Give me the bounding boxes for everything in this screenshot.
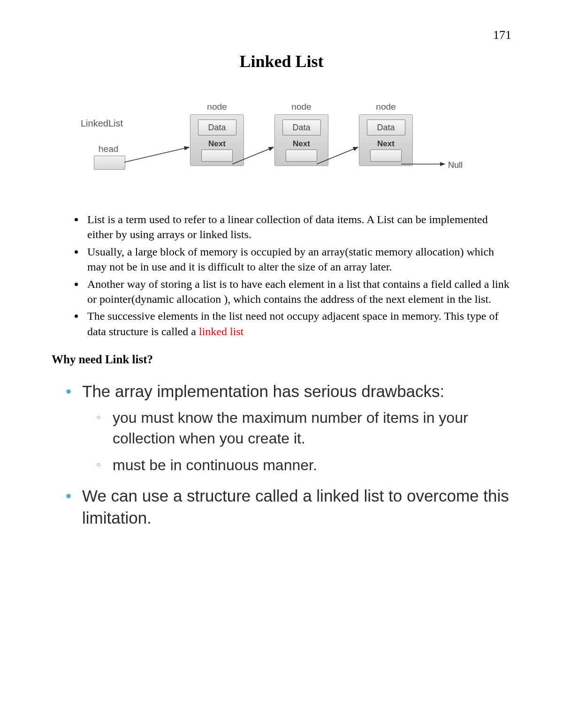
slide-item-text: The array implementation has serious dra… (82, 382, 444, 400)
subheading: Why need Link list? (52, 353, 511, 366)
diagram-data-cell: Data (367, 120, 405, 135)
slide-inner-list: you must know the maximum number of item… (82, 408, 511, 475)
diagram-null-label: Null (448, 160, 463, 170)
diagram-next-label: Next (279, 139, 324, 149)
bullet-text: The successive elements in the list need… (87, 310, 498, 337)
bullet-item: Another way of storing a list is to have… (84, 277, 511, 307)
slide-block: The array implementation has serious dra… (52, 380, 511, 529)
diagram-next-label: Next (363, 139, 409, 149)
diagram-label-linkedlist: LinkedList (81, 118, 123, 129)
diagram-node-1: node Data Next (190, 102, 244, 166)
slide-item: The array implementation has serious dra… (66, 380, 511, 475)
diagram-node-box: Data Next (190, 114, 244, 166)
diagram-next-cell (370, 150, 402, 162)
svg-line-1 (124, 147, 189, 162)
linked-list-diagram: LinkedList head node Data Next node Data… (66, 99, 497, 193)
diagram-data-cell: Data (198, 120, 236, 135)
diagram-head-box (94, 156, 125, 170)
diagram-node-label: node (359, 102, 413, 112)
diagram-data-cell: Data (282, 120, 321, 135)
bullet-item: Usually, a large block of memory is occu… (84, 244, 511, 275)
diagram-node-2: node Data Next (274, 102, 328, 166)
diagram-node-box: Data Next (274, 114, 328, 166)
bullet-highlight: linked list (199, 325, 243, 338)
diagram-label-head: head (99, 144, 118, 154)
diagram-node-label: node (274, 102, 328, 112)
bullet-item: List is a term used to refer to a linear… (84, 212, 511, 242)
document-page: 171 Linked List LinkedList head node Dat… (0, 0, 563, 576)
bullet-item: The successive elements in the list need… (84, 308, 511, 339)
diagram-node-box: Data Next (359, 114, 413, 166)
slide-outer-list: The array implementation has serious dra… (52, 380, 511, 529)
diagram-node-3: node Data Next (359, 102, 413, 166)
slide-item: We can use a structure called a linked l… (66, 485, 511, 529)
slide-sub-item: must be in continuous manner. (96, 455, 511, 475)
diagram-next-cell (201, 150, 233, 162)
diagram-next-cell (286, 150, 317, 162)
page-number: 171 (52, 28, 511, 42)
diagram-next-label: Next (194, 139, 240, 149)
main-bullet-list: List is a term used to refer to a linear… (52, 212, 511, 339)
diagram-node-label: node (190, 102, 244, 112)
page-title: Linked List (52, 52, 511, 71)
slide-sub-item: you must know the maximum number of item… (96, 408, 511, 448)
